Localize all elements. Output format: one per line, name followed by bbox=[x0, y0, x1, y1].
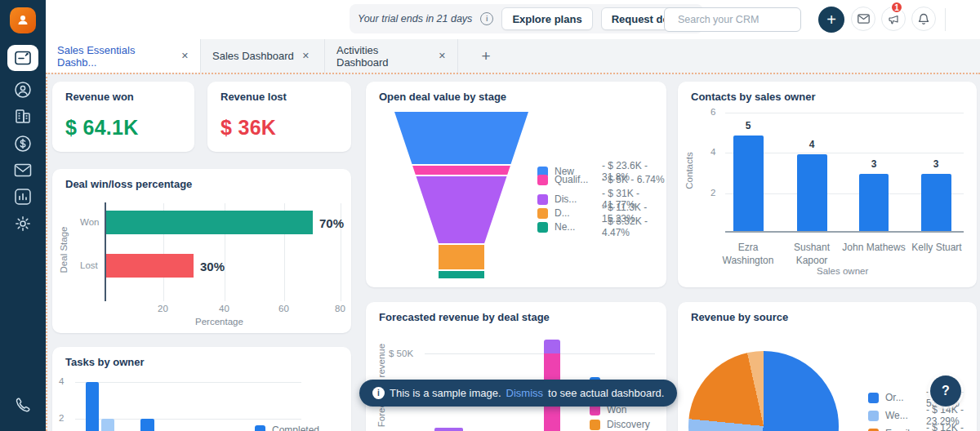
trial-banner: Your trial ends in 21 days i Explore pla… bbox=[350, 4, 703, 33]
gridline bbox=[425, 353, 655, 354]
close-icon[interactable]: ✕ bbox=[181, 51, 189, 61]
chart-title: Contacts by sales owner bbox=[691, 91, 815, 103]
close-icon[interactable]: ✕ bbox=[439, 51, 446, 61]
category-label: Won bbox=[80, 217, 99, 227]
legend-swatch bbox=[537, 222, 548, 233]
x-axis-label: Percentage bbox=[195, 317, 243, 327]
x-tick: 60 bbox=[278, 304, 289, 313]
legend-label: Ne... bbox=[555, 221, 595, 233]
open-deal-value-card: Open deal value by stage New - $ 23.6K -… bbox=[366, 82, 666, 287]
chart-title: Revenue by source bbox=[691, 311, 788, 323]
dashboard-icon bbox=[15, 51, 31, 65]
sidebar-item-deals[interactable] bbox=[13, 134, 33, 153]
settings-icon bbox=[14, 215, 32, 233]
add-tab-button[interactable]: + bbox=[470, 39, 502, 73]
lost-bar[interactable] bbox=[106, 254, 194, 278]
deals-icon bbox=[14, 135, 32, 153]
x-tick: 40 bbox=[219, 304, 229, 313]
mail-icon bbox=[858, 14, 870, 24]
sidebar-item-settings[interactable] bbox=[13, 214, 33, 233]
task-bar[interactable] bbox=[101, 419, 114, 431]
plus-icon: + bbox=[826, 11, 836, 28]
revenue-won-value: $ 64.1K bbox=[65, 116, 139, 140]
legend-item: Ne... - $ 3.32K - 4.47% bbox=[537, 216, 666, 238]
card-title: Revenue won bbox=[65, 91, 134, 103]
legend-item: Qualif... - $ 5K - 6.74% bbox=[537, 174, 665, 185]
task-bar[interactable] bbox=[86, 382, 99, 431]
legend-swatch bbox=[590, 420, 600, 430]
crm-dashboard-app: Your trial ends in 21 days i Explore pla… bbox=[0, 0, 980, 431]
header-divider bbox=[945, 8, 946, 31]
notifications-button[interactable] bbox=[911, 7, 936, 31]
y-tick: 4 bbox=[710, 147, 715, 157]
search-bar[interactable] bbox=[664, 7, 801, 32]
pie-chart[interactable] bbox=[688, 351, 839, 431]
dismiss-link[interactable]: Dismiss bbox=[506, 387, 544, 399]
quick-add-button[interactable]: + bbox=[818, 7, 844, 33]
chart-title: Deal win/loss percentage bbox=[65, 178, 192, 190]
freshworks-logo[interactable] bbox=[10, 7, 36, 33]
sidebar-item-contacts[interactable] bbox=[13, 80, 33, 100]
legend-label: Or... bbox=[885, 392, 920, 403]
contact-bar[interactable] bbox=[921, 174, 951, 231]
sidebar-item-accounts[interactable] bbox=[13, 106, 33, 126]
y-tick: $ 50K bbox=[389, 349, 413, 358]
category-label: Lost bbox=[80, 260, 98, 270]
sidebar-item-analytics[interactable] bbox=[13, 187, 33, 207]
revenue-by-source-card: Revenue by source Or... - $ 32K - 53.25%… bbox=[678, 302, 977, 431]
stacked-bar-segment[interactable] bbox=[544, 340, 560, 353]
y-axis-label: Deal Stage bbox=[59, 217, 69, 282]
won-value-label: 70% bbox=[319, 216, 344, 230]
sidebar-item-phone[interactable] bbox=[13, 395, 33, 415]
deal-win-loss-card: Deal win/loss percentage Deal Stage Won … bbox=[52, 169, 351, 333]
category-label: Sushant Kapoor bbox=[779, 241, 844, 267]
card-title: Revenue lost bbox=[220, 91, 287, 103]
notification-badge: 1 bbox=[890, 1, 903, 14]
legend-item: Completed bbox=[255, 424, 319, 431]
stacked-bar-segment[interactable] bbox=[434, 428, 463, 431]
bar-value: 4 bbox=[804, 139, 820, 150]
info-icon[interactable]: i bbox=[480, 12, 493, 25]
search-input[interactable] bbox=[676, 13, 811, 26]
accounts-icon bbox=[14, 107, 32, 125]
tab-sales-dashboard[interactable]: Sales Dashboard ✕ bbox=[201, 39, 325, 73]
contact-bar[interactable] bbox=[797, 154, 827, 231]
y-tick: 2 bbox=[710, 188, 715, 198]
inbox-button[interactable] bbox=[851, 7, 875, 31]
gridline bbox=[725, 113, 964, 113]
y-tick: 2 bbox=[59, 413, 64, 423]
task-bar[interactable] bbox=[140, 419, 154, 431]
legend-swatch bbox=[255, 425, 265, 431]
question-icon: ? bbox=[942, 384, 950, 398]
tab-sales-essentials-dashboard[interactable]: Sales Essentials Dashb... ✕ bbox=[46, 39, 201, 73]
legend-swatch bbox=[868, 411, 879, 421]
sidebar-item-dashboard[interactable] bbox=[7, 45, 38, 71]
help-button[interactable]: ? bbox=[930, 375, 961, 407]
top-bar: Your trial ends in 21 days i Explore pla… bbox=[46, 0, 980, 40]
tab-label: Sales Essentials Dashb... bbox=[57, 44, 173, 69]
won-bar[interactable] bbox=[106, 211, 313, 234]
sidebar-item-email[interactable] bbox=[13, 161, 33, 180]
bar-value: 5 bbox=[740, 120, 756, 131]
tasks-by-owner-card: Tasks by owner 4 2 Completed bbox=[52, 347, 351, 431]
contacts-by-owner-card: Contacts by sales owner Contacts 6 4 2 5… bbox=[678, 82, 977, 287]
trial-text: Your trial ends in 21 days bbox=[358, 13, 472, 24]
contact-bar[interactable] bbox=[859, 174, 889, 231]
close-icon[interactable]: ✕ bbox=[302, 51, 310, 61]
bar-value: 3 bbox=[928, 158, 944, 170]
forecasted-revenue-card: Forecasted revenue by deal stage Forecas… bbox=[366, 302, 666, 431]
legend-label: Qualif... bbox=[555, 174, 595, 185]
contact-bar[interactable] bbox=[733, 136, 764, 231]
legend-item: Email - $ 12K - 19.97% bbox=[868, 422, 977, 431]
x-axis-label: Sales owner bbox=[817, 266, 868, 276]
phone-icon bbox=[14, 396, 32, 414]
legend-swatch bbox=[868, 393, 879, 403]
legend-label: We... bbox=[885, 410, 920, 421]
explore-plans-button[interactable]: Explore plans bbox=[501, 7, 592, 30]
y-tick: 4 bbox=[59, 376, 64, 386]
sidebar bbox=[0, 0, 46, 431]
tab-activities-dashboard[interactable]: Activities Dashboard ✕ bbox=[325, 39, 458, 73]
tab-label: Activities Dashboard bbox=[336, 44, 430, 69]
bell-icon bbox=[918, 13, 929, 25]
category-label: John Mathews bbox=[841, 241, 906, 254]
